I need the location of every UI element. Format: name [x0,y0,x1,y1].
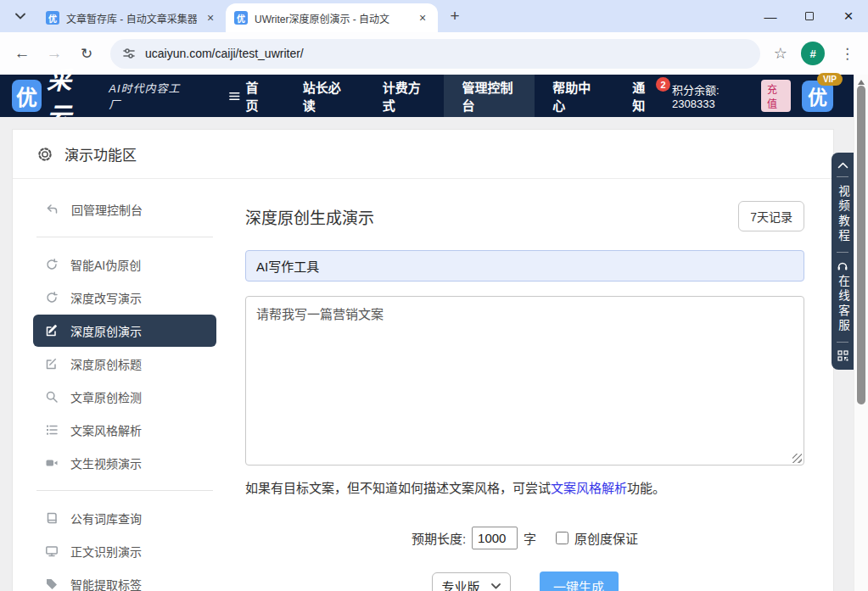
user-avatar[interactable]: 优 VIP [802,81,833,112]
panel-divider [837,342,848,343]
sidebar-item-body-recognition[interactable]: 正文识别演示 [33,535,216,567]
demo-sidebar: 回管理控制台 智能AI伪原创 深度改写演示 深度原创演示 深度原创标题 [26,192,223,591]
sidebar-item-public-lexicon[interactable]: 公有词库查询 [33,502,216,534]
site-logo[interactable]: 优 [12,80,42,112]
keyword-input[interactable] [245,250,804,282]
restore-icon [805,12,814,20]
browser-tab-active[interactable]: 优 UWriter深度原创演示 - 自动文 × [226,3,438,32]
sidebar-item-originality-check[interactable]: 文章原创检测 [33,381,216,413]
floating-side-panel: 视频教程 在线客服 [832,153,854,370]
nav-item-pricing[interactable]: 计费方式 [365,75,445,117]
nav-item-notifications[interactable]: 通知 2 [614,75,672,117]
points-balance: 积分余额: 2308333 [672,81,753,110]
tab-title: UWriter深度原创演示 - 自动文 [255,11,409,25]
browser-profile-avatar[interactable]: # [801,42,825,65]
page-title: 演示功能区 [64,143,137,164]
length-unit: 字 [524,529,536,547]
bookmark-star-icon[interactable]: ☆ [774,44,787,63]
browser-tabstrip: 优 文章暂存库 - 自动文章采集器-自 × 优 UWriter深度原创演示 - … [0,0,868,32]
window-minimize-button[interactable]: — [751,0,790,32]
sidebar-item-deep-original[interactable]: 深度原创演示 [33,315,216,347]
nav-item-console[interactable]: 管理控制台 [444,75,535,117]
gear-icon [36,146,53,163]
page-scrollbar[interactable] [854,75,868,591]
length-input[interactable] [472,527,518,549]
ordered-list-icon [45,423,59,437]
nav-item-home[interactable]: 首页 [211,75,285,117]
sidebar-item-deep-rewrite[interactable]: 深度改写演示 [33,282,216,314]
originality-checkbox-label: 原创度保证 [574,529,638,547]
prompt-textarea[interactable]: 请帮我写一篇营销文案 [245,296,804,466]
section-heading: 深度原创生成演示 [245,205,374,228]
window-restore-button[interactable] [790,0,829,32]
qr-code-button[interactable] [837,350,848,361]
reply-arrow-icon [45,203,59,216]
seven-day-records-button[interactable]: 7天记录 [738,201,804,231]
scrollbar-up-arrow[interactable] [858,80,865,85]
hamburger-icon [229,91,240,102]
length-row: 预期长度: 字 原创度保证 [245,527,804,549]
video-camera-icon [45,456,59,470]
originality-checkbox[interactable] [556,532,568,544]
sidebar-item-deep-original-title[interactable]: 深度原创标题 [33,348,216,380]
demo-main: 深度原创生成演示 7天记录 请帮我写一篇营销文案 如果有目标文案，但不知道如何描… [223,192,816,591]
online-service-button[interactable]: 在线客服 [834,260,851,334]
url-text: ucaiyun.com/caiji/test_uwriter/ [145,47,304,60]
site-navbar: 优 采云 AI时代内容工厂 首页 站长必读 计费方式 管理控制台 帮助中心 通知… [0,75,854,117]
tab-search-button[interactable] [8,4,32,28]
nav-item-help[interactable]: 帮助中心 [535,75,614,117]
window-close-button[interactable]: × [829,0,868,32]
page-background: 演示功能区 回管理控制台 智能AI伪原创 深度改写演示 [0,117,854,591]
edit-icon [45,324,59,337]
sidebar-item-text-to-video[interactable]: 文生视频演示 [33,447,216,479]
tab-close-icon[interactable]: × [204,11,217,25]
nav-item-must-read[interactable]: 站长必读 [285,75,365,117]
vip-badge: VIP [817,73,843,86]
sidebar-divider [36,237,213,237]
site-favicon: 优 [234,11,248,25]
sidebar-divider [36,490,213,491]
recharge-button[interactable]: 充值 [761,80,791,112]
scrollbar-thumb[interactable] [857,86,865,404]
url-bar[interactable]: ucaiyun.com/caiji/test_uwriter/ [110,39,760,69]
scroll-top-button[interactable] [837,162,848,169]
chevron-down-icon [491,583,501,589]
sidebar-item-extract-tags[interactable]: 智能提取标签 [33,568,216,591]
site-tagline: AI时代内容工厂 [109,80,186,112]
card-header: 演示功能区 [13,130,833,179]
browser-tab-inactive[interactable]: 优 文章暂存库 - 自动文章采集器-自 × [37,3,226,32]
sidebar-item-style-analysis[interactable]: 文案风格解析 [33,414,216,446]
back-icon[interactable]: ← [8,40,36,67]
video-tutorial-button[interactable]: 视频教程 [834,185,851,244]
notification-badge: 2 [656,77,670,92]
tag-icon [45,577,59,591]
nav-menu: 首页 站长必读 计费方式 管理控制台 帮助中心 通知 2 [211,75,672,117]
new-tab-button[interactable]: + [443,4,467,28]
search-icon [45,390,59,404]
tune-icon [122,47,136,60]
style-hint-text: 如果有目标文案，但不知道如何描述文案风格，可尝试文案风格解析功能。 [245,478,804,496]
sidebar-item-back-to-console[interactable]: 回管理控制台 [33,193,216,226]
browser-toolbar: ← → ↻ ucaiyun.com/caiji/test_uwriter/ ☆ … [0,32,868,75]
length-label: 预期长度: [412,529,466,547]
monitor-icon [45,544,59,558]
book-icon [45,511,59,525]
resize-grip[interactable] [792,454,802,463]
sidebar-item-ai-rewrite[interactable]: 智能AI伪原创 [33,248,216,281]
refresh-icon [45,291,59,304]
tab-title: 文章暂存库 - 自动文章采集器-自 [66,11,197,25]
site-favicon: 优 [46,11,59,25]
panel-divider [837,252,848,253]
demo-card: 演示功能区 回管理控制台 智能AI伪原创 深度改写演示 [12,129,834,591]
generate-button[interactable]: 一键生成 [540,571,619,591]
headset-icon [837,260,848,271]
edit-icon [45,357,59,371]
panel-divider [837,176,848,177]
model-select[interactable]: 专业版 [432,572,511,591]
tab-close-icon[interactable]: × [416,11,429,25]
chevron-up-icon [837,162,848,169]
browser-menu-icon[interactable]: ⋮ [840,45,854,63]
qr-code-icon [837,350,848,361]
refresh-icon [45,258,59,271]
style-analysis-link[interactable]: 文案风格解析 [551,481,627,495]
